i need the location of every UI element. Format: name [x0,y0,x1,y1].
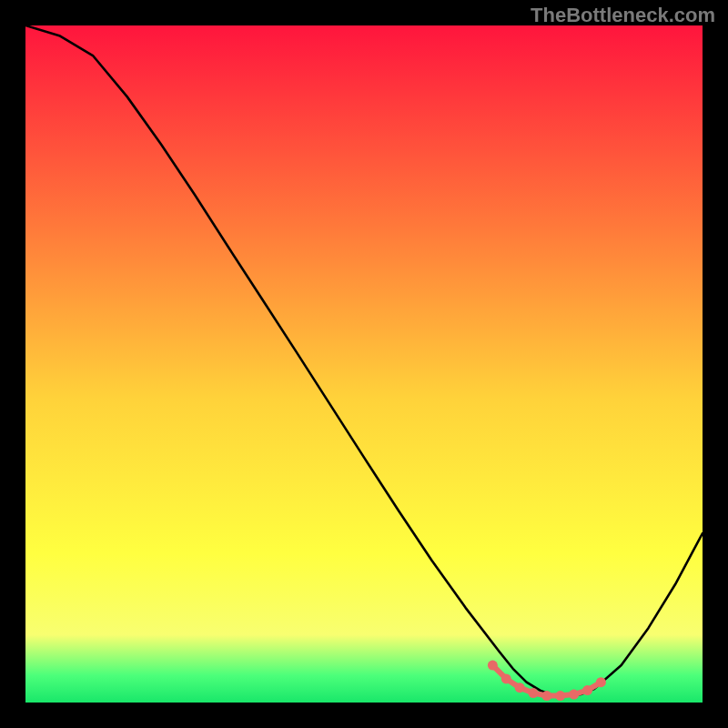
optimal-marker-dot [555,691,565,701]
plot-area [25,25,703,703]
optimal-marker-dot [541,691,551,701]
optimal-marker-dot [515,682,525,693]
optimal-marker-dot [529,688,539,698]
optimal-marker-dot [501,673,511,683]
gradient-background [25,25,703,703]
chart-svg [25,25,703,703]
chart-frame: TheBottleneck.com [0,0,728,728]
watermark-text: TheBottleneck.com [531,4,715,27]
optimal-marker-dot [488,661,498,671]
optimal-marker-dot [596,677,606,687]
optimal-marker-dot [569,690,579,700]
optimal-marker-dot [582,685,592,695]
